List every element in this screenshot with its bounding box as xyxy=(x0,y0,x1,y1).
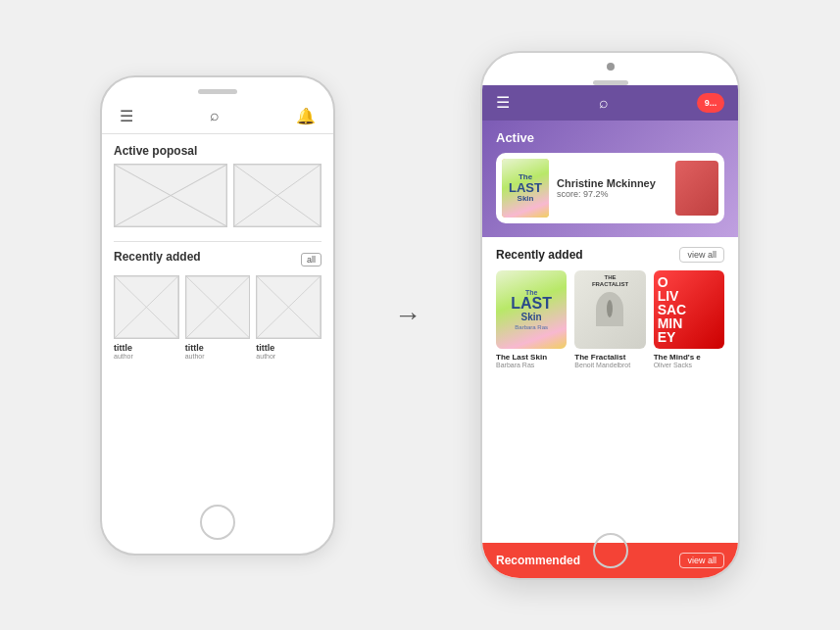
minds-text: OLIVSACMINEY xyxy=(654,271,691,348)
app-menu-icon[interactable]: ☰ xyxy=(496,93,510,112)
recommended-label: Recommended xyxy=(496,554,580,567)
wf-content: Active poposal xyxy=(102,134,333,554)
wf-active-placeholders xyxy=(114,164,321,231)
wireframe-phone: ☰ ⌕ 🔔 Active poposal xyxy=(100,75,335,556)
wf-book-img-2 xyxy=(185,275,251,339)
wf-active-placeholder-2 xyxy=(233,164,321,227)
book-card-2[interactable]: THEFRACTALIST The Fractalist Benoit Mand… xyxy=(574,270,645,369)
book-title-3: The Mind's e xyxy=(654,353,724,363)
wf-book-title-1: tittle xyxy=(114,343,132,353)
fractalist-shape xyxy=(596,292,623,326)
active-section: Active The LAST Skin Christine Mckinney … xyxy=(482,121,738,237)
active-book-cover-2 xyxy=(675,161,718,216)
top-notch xyxy=(482,53,738,85)
wf-book-title-2: tittle xyxy=(185,343,204,353)
wf-active-placeholder-1 xyxy=(114,164,227,227)
recently-title: Recently added xyxy=(496,248,583,262)
recently-view-all-btn[interactable]: view all xyxy=(679,247,724,263)
wf-all-btn[interactable]: all xyxy=(301,253,321,267)
book2-overlay: THEFRACTALIST xyxy=(574,270,645,349)
colored-phone: ☰ ⌕ 9... Active The LAST Skin Christine … xyxy=(480,51,740,580)
wf-menu-icon[interactable]: ☰ xyxy=(120,107,133,125)
wf-book-author-2: author xyxy=(185,353,205,360)
wf-book-row: tittle author tittle author xyxy=(114,275,321,360)
app-header: ☰ ⌕ 9... xyxy=(482,85,738,121)
wf-book-author-1: author xyxy=(114,353,133,360)
active-card[interactable]: The LAST Skin Christine Mckinney score: … xyxy=(496,153,724,223)
book-title-1: The Last Skin xyxy=(496,353,567,363)
wf-search-icon[interactable]: ⌕ xyxy=(210,107,220,124)
wf-book-3: tittle author xyxy=(256,275,321,360)
active-info: Christine Mckinney score: 97.2% xyxy=(557,177,667,199)
wf-book-img-3 xyxy=(256,275,321,339)
wf-book-title-3: tittle xyxy=(256,343,274,353)
scene: ☰ ⌕ 🔔 Active poposal xyxy=(0,0,840,630)
active-book-score: score: 97.2% xyxy=(557,189,667,199)
book-author-1: Barbara Ras xyxy=(496,362,567,368)
fractalist-text: THEFRACTALIST xyxy=(592,274,628,288)
wf-book-author-3: author xyxy=(256,353,275,360)
app-search-icon[interactable]: ⌕ xyxy=(599,94,609,112)
book-author-2: Benoit Mandelbrot xyxy=(574,362,645,368)
wf-divider xyxy=(114,241,321,242)
book1-overlay: The LAST Skin Barbara Ras xyxy=(496,270,567,349)
active-book-cover-1: The LAST Skin xyxy=(502,159,549,218)
wf-book-1: tittle author xyxy=(114,275,179,360)
wf-active-title: Active poposal xyxy=(114,144,321,158)
book3-overlay: OLIVSACMINEY xyxy=(654,270,724,349)
book-title-2: The Fractalist xyxy=(574,353,645,363)
wf-header: ☰ ⌕ 🔔 xyxy=(102,77,333,134)
notification-badge[interactable]: 9... xyxy=(697,93,724,113)
recently-section: Recently added view all The LAST Skin Ba… xyxy=(482,237,738,543)
arrow-container: → xyxy=(394,300,421,331)
active-book-name: Christine Mckinney xyxy=(557,177,667,189)
wf-book-2: tittle author xyxy=(185,275,251,360)
wf-recent-header: Recently added all xyxy=(114,250,321,269)
book-cover-3: OLIVSACMINEY xyxy=(654,270,724,349)
active-cover-overlay: The LAST Skin xyxy=(502,159,549,218)
wf-recent-title: Recently added xyxy=(114,250,201,264)
wf-bell-icon[interactable]: 🔔 xyxy=(296,107,316,125)
book-author-3: Oliver Sacks xyxy=(654,362,724,368)
book-card-1[interactable]: The LAST Skin Barbara Ras The Last Skin … xyxy=(496,270,567,369)
books-row: The LAST Skin Barbara Ras The Last Skin … xyxy=(496,270,724,369)
home-button[interactable] xyxy=(593,533,628,568)
recently-header: Recently added view all xyxy=(496,247,724,263)
arrow: → xyxy=(394,300,421,331)
active-label: Active xyxy=(496,130,724,145)
recommended-view-all-btn[interactable]: view all xyxy=(679,553,724,568)
book-cover-2: THEFRACTALIST xyxy=(574,270,645,349)
wf-book-img-1 xyxy=(114,275,179,339)
book-card-3[interactable]: OLIVSACMINEY The Mind's e Oliver Sacks xyxy=(654,270,724,369)
book-cover-1: The LAST Skin Barbara Ras xyxy=(496,270,567,349)
